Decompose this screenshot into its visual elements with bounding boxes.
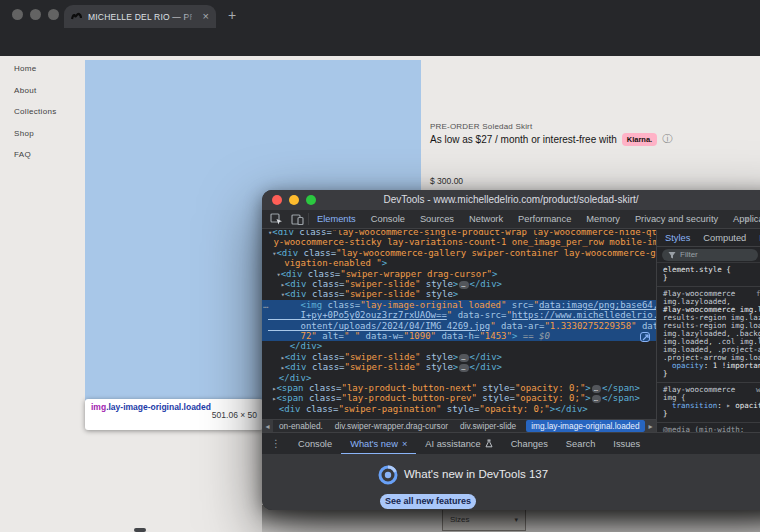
style-rule-line[interactable]: } xyxy=(663,274,760,282)
experiment-icon xyxy=(485,439,493,448)
style-rule-line[interactable]: element.style { xyxy=(663,266,760,274)
style-rule-line[interactable]: } xyxy=(663,410,760,418)
breadcrumb-img-lay-image-original-loaded[interactable]: img.lay-image-original.loaded xyxy=(526,420,644,432)
elements-tree-node[interactable]: y-woocommerce-sticky lay-variations-coun… xyxy=(262,237,656,247)
elements-breadcrumb-bar: ◂ on-enabled.div.swiper-wrapper.drag-cur… xyxy=(262,419,656,432)
financing-row: As low as $27 / month or interest-free w… xyxy=(430,132,672,146)
elements-tree-node[interactable]: ontent/uploads/2024/04/IMG_4269.jpg" dat… xyxy=(262,321,656,331)
elements-tree-node[interactable]: ▾<div class="swiper-wrapper drag-cursor"… xyxy=(262,269,656,279)
tooltip-selector: img.lay-image-original.loaded xyxy=(91,402,212,427)
product-price: $ 300.00 xyxy=(430,176,463,186)
devtools-tabs: ElementsConsoleSourcesNetworkPerformance… xyxy=(317,214,760,224)
devtools-title: DevTools - www.michelledelrio.com/produc… xyxy=(262,194,760,205)
drawer-tabbar: ⋮ ConsoleWhat's new×AI assistanceChanges… xyxy=(262,432,760,454)
styles-tabs: StylesComputedLayout xyxy=(657,230,760,247)
whatsnew-panel: What's new in DevTools 137 See all new f… xyxy=(262,454,760,510)
drawer-tab-changes[interactable]: Changes xyxy=(502,433,557,455)
devtools-tab-privacy-and-security[interactable]: Privacy and security xyxy=(635,214,718,224)
drawer-menu-icon[interactable]: ⋮ xyxy=(262,438,289,449)
elements-tree-node[interactable]: ▸<span class="lay-product-button-next" s… xyxy=(262,383,656,393)
elements-tree-node[interactable]: I+py+0Po5y02ouz3rz7rxUAOw==" data-src="h… xyxy=(262,310,656,320)
devtools-titlebar[interactable]: DevTools - www.michelledelrio.com/produc… xyxy=(262,190,760,210)
tab-title-fade xyxy=(180,5,198,28)
browser-tab[interactable]: MICHELLE DEL RIO — PRE-O × xyxy=(64,5,216,28)
new-tab-button[interactable]: + xyxy=(228,7,236,23)
elements-tree-node[interactable]: ▸<div class="swiper-slide" style>…</div> xyxy=(262,362,656,372)
elements-tree-node[interactable]: <div class="swiper-pagination" style="op… xyxy=(262,404,656,414)
styles-rules: element.style {}#lay-woocommercefrimg.la… xyxy=(657,263,760,432)
tab-close-icon[interactable]: × xyxy=(203,11,209,22)
sidebar-link-about[interactable]: About xyxy=(14,86,56,95)
whatsnew-title: What's new in DevTools 137 xyxy=(404,468,548,480)
financing-text: As low as $27 / month or interest-free w… xyxy=(430,134,617,145)
product-title: PRE-ORDER Soledad Skirt xyxy=(430,122,532,131)
devtools-tab-elements[interactable]: Elements xyxy=(317,214,356,224)
elements-tree-node[interactable]: 72" alt=" " data-w="1090" data-h="1453">… xyxy=(262,331,656,341)
style-source-link[interactable]: wo xyxy=(756,386,760,394)
breadcrumb-div-swiper-slide[interactable]: div.swiper-slide xyxy=(454,421,522,431)
elements-tree-node[interactable]: vigation-enabled "> xyxy=(262,258,656,268)
info-icon[interactable]: ⓘ xyxy=(662,132,672,146)
devtools-tab-performance[interactable]: Performance xyxy=(518,214,571,224)
devtools-tab-memory[interactable]: Memory xyxy=(586,214,620,224)
minimize-window-button[interactable] xyxy=(30,9,41,20)
sidebar-link-faq[interactable]: FAQ xyxy=(14,150,56,159)
elements-panel: ▾<div class="lay-woocommerce-single-prod… xyxy=(262,230,656,419)
styles-tab-styles[interactable]: Styles xyxy=(665,233,690,243)
elements-tree-node[interactable]: ▾<div class="lay-woocommerce-single-prod… xyxy=(262,230,656,237)
styles-filter-input[interactable]: Filter xyxy=(662,249,758,261)
style-rule-line[interactable]: transition: ▸ opacity xyxy=(663,402,760,410)
elements-tree-node[interactable]: ▸<span class="lay-product-button-prev" s… xyxy=(262,393,656,403)
elements-tree-node[interactable]: </div> xyxy=(262,341,656,351)
tabbar-separator xyxy=(308,213,309,225)
breadcrumb-scroll-right-icon[interactable]: ▸ xyxy=(645,420,656,433)
elements-tree-node[interactable]: ▾<div class="lay-woocommerce-gallery swi… xyxy=(262,248,656,258)
drawer-tab-search[interactable]: Search xyxy=(557,433,604,455)
elements-tree-node[interactable]: ▸<div class="swiper-slide" style>…</div> xyxy=(262,352,656,362)
style-rule-line[interactable]: opacity: 1 !importan xyxy=(663,362,760,370)
breadcrumb-scroll-left-icon[interactable]: ◂ xyxy=(262,420,273,433)
inspect-cursor-icon[interactable] xyxy=(270,213,283,225)
devtools-tab-sources[interactable]: Sources xyxy=(420,214,454,224)
elements-tree-node[interactable]: ▸<div class="swiper-slide" style>…</div> xyxy=(262,279,656,289)
screen: MICHELLE DEL RIO — PRE-O × + ← → michell… xyxy=(0,0,760,532)
device-toolbar-icon[interactable] xyxy=(291,213,304,225)
style-source-link[interactable]: fr xyxy=(756,290,760,298)
styles-filter-row: Filter xyxy=(657,247,760,263)
drawer-tab-console[interactable]: Console xyxy=(289,433,341,455)
inspect-tooltip: img.lay-image-original.loaded 501.06 × 5… xyxy=(85,399,263,430)
more-tabs-chevron[interactable]: » xyxy=(744,214,749,224)
drawer-tab-ai-assistance[interactable]: AI assistance xyxy=(416,433,501,455)
devtools-tabbar: ElementsConsoleSourcesNetworkPerformance… xyxy=(262,210,760,229)
elements-tree-node[interactable]: … <img class="lay-image-original loaded"… xyxy=(262,300,656,310)
chrome-logo-icon xyxy=(378,465,398,485)
site-favicon-icon xyxy=(71,11,82,22)
tooltip-dimensions: 501.06 × 50 xyxy=(212,410,257,420)
filter-placeholder: Filter xyxy=(680,250,698,259)
drawer-tab-issues[interactable]: Issues xyxy=(604,433,649,455)
elements-tree-node[interactable]: </div> xyxy=(262,373,656,383)
drawer-tab-what-s-new[interactable]: What's new× xyxy=(341,433,416,455)
node-menu-ellipsis[interactable]: … xyxy=(263,300,269,310)
close-window-button[interactable] xyxy=(12,9,23,20)
close-icon[interactable]: × xyxy=(402,433,407,455)
sidebar-link-shop[interactable]: Shop xyxy=(14,129,56,138)
devtools-window: DevTools - www.michelledelrio.com/produc… xyxy=(262,190,760,510)
devtools-tab-network[interactable]: Network xyxy=(469,214,503,224)
styles-tab-computed[interactable]: Computed xyxy=(703,233,746,243)
sidebar-nav: HomeAboutCollectionsShopFAQ xyxy=(0,64,56,172)
see-all-features-button[interactable]: See all new features xyxy=(380,494,476,509)
sidebar-link-home[interactable]: Home xyxy=(14,64,56,73)
breadcrumb-div-swiper-wrapper-drag-cursor[interactable]: div.swiper-wrapper.drag-cursor xyxy=(329,421,454,431)
maximize-window-button[interactable] xyxy=(48,9,59,20)
style-rule-line[interactable]: } xyxy=(663,370,760,378)
sidebar-link-collections[interactable]: Collections xyxy=(14,107,56,116)
breadcrumb-on-enabled[interactable]: on-enabled. xyxy=(273,421,329,431)
elements-tree-node[interactable]: ▾<div class="swiper-slide" style> xyxy=(262,289,656,299)
filter-funnel-icon xyxy=(668,251,676,259)
page-artifact xyxy=(134,528,146,532)
browser-titlebar[interactable]: MICHELLE DEL RIO — PRE-O × + xyxy=(0,0,760,28)
klarna-badge[interactable]: Klarna. xyxy=(622,133,657,146)
styles-sidebar: StylesComputedLayout Filter element.styl… xyxy=(656,230,760,432)
devtools-tab-console[interactable]: Console xyxy=(371,214,405,224)
